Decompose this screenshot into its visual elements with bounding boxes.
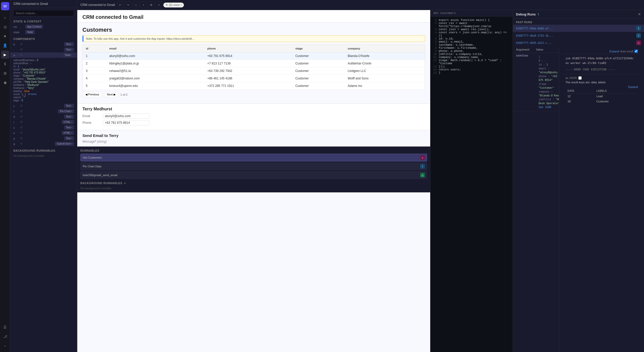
send-email-title: Send Email to Terry (82, 133, 425, 138)
component-t-type[interactable]: Pie Chart ▾ (58, 109, 74, 113)
refresh-count: (2) (169, 3, 172, 6)
table-data-value: [ 0 : - id : 1 email : "atuny0@sohu.com"… (537, 54, 559, 110)
component-c-type[interactable]: Text ▾ (64, 104, 74, 108)
expand-output-button[interactable]: Expand (609, 50, 619, 53)
table-row[interactable]: 5kmeus4@upenn.edu+372 285 771 1911Custom… (83, 82, 425, 90)
col-company[interactable]: company (345, 45, 425, 52)
expand-result-button[interactable]: Expand (628, 85, 638, 88)
email-row: Email (82, 113, 425, 119)
app-view-header: CRM connected to Gmail (77, 10, 430, 22)
redo-button[interactable]: ↪ (125, 2, 131, 8)
component-b-refresh[interactable]: ↺ (20, 43, 22, 46)
expand-button[interactable]: ⤢ (156, 2, 162, 8)
email-input[interactable] (103, 113, 149, 119)
refresh-badge[interactable]: ↻ (2) once ▾ (163, 3, 184, 7)
state-badge[interactable]: State (25, 30, 35, 34)
run-item-2[interactable]: 01887777-4645-d221-c... a (513, 39, 644, 46)
past-runs-label: Past Runs (513, 19, 644, 25)
detail-name: Terry Medhurst (82, 107, 425, 111)
table-row[interactable]: 4yraigatt3@nature.com+86 461 145 4186Cus… (83, 75, 425, 82)
refresh-icon: ↻ (166, 3, 168, 7)
top-bar: CRM connected to Gmail ↩ ↪ □ ▪ ⊕ ⤢ ↻ (2)… (77, 0, 644, 10)
brand-icon[interactable]: W (1, 2, 9, 10)
table-row[interactable]: 3rshawe2@51.la+63 739 292 7942CustomerLi… (83, 67, 425, 75)
code-line: 12 stage: Math.random() > 0.5 ? "Lead" :… (433, 59, 511, 65)
add-bg-runnable-button[interactable]: + (124, 181, 126, 185)
see-json-link[interactable]: See JSON (539, 106, 551, 109)
sidebar-icons: W ⌂ ◎ ★ 👤 ▶ $ ⊞ ◉ ☰ ⎇ › (0, 0, 10, 352)
home-icon[interactable]: ⌂ (1, 13, 9, 22)
undo-button[interactable]: ↩ (117, 2, 124, 8)
runnables-bottom-panel: Runnables Get Customers a Pie Chart Data… (77, 146, 430, 192)
table-row[interactable]: 1atuny0@sohu.com+63 791 675 8914Customer… (83, 52, 425, 60)
run-item-0[interactable]: 01887777-49da-6d0d-a7... t (513, 25, 644, 32)
run-id-0: 01887777-49da-6d0d-a7... (516, 27, 553, 30)
align-button[interactable]: ⊕ (148, 2, 155, 8)
collapse-icon[interactable]: › (1, 342, 9, 350)
no-bg-runnable-bottom: No background runnable (80, 186, 427, 190)
state-item: state State (10, 29, 77, 35)
runnable-get-customers[interactable]: Get Customers a (80, 154, 427, 161)
dollar-icon[interactable]: $ (1, 60, 9, 68)
col-email[interactable]: email (106, 45, 204, 52)
star-icon[interactable]: ★ (1, 32, 9, 40)
value-col-header: Value (536, 48, 556, 51)
code-line: 6 email: u.email, (433, 40, 511, 43)
code-line: 5 id: u.id, (433, 37, 511, 40)
component-unlabeled-type[interactable]: Text ▾ (64, 48, 74, 52)
result-labels-header: LABELS (594, 88, 638, 94)
as-json-checkbox[interactable] (578, 76, 582, 80)
col-id[interactable]: id (83, 45, 106, 52)
component-d-type[interactable]: Text ▾ (64, 115, 74, 119)
table-row[interactable]: 2hbingley1@plala.or.jp+7 813 117 7139Cus… (83, 60, 425, 67)
table-data-row: tableData [ 0 : - id : 1 email : "atuny0… (513, 53, 559, 111)
code-line: 8 firstName: u.firstName, (433, 46, 511, 50)
prev-button[interactable]: ◀ Previous (82, 92, 102, 97)
ctx-key: ctx (13, 25, 24, 28)
debug-close-button[interactable]: ✕ (638, 12, 641, 16)
run-item-1[interactable]: 01887777-46a0-1725-3b... t (513, 32, 644, 39)
left-panel-header: CRM connected to Gmail (10, 0, 77, 8)
component-unlabeled-refresh[interactable]: ↺ (20, 48, 22, 51)
no-bg-runnable: No background runnable (10, 153, 77, 158)
component-b-type[interactable]: Text ▾ (64, 42, 74, 46)
code-line: 1export async function main() { (433, 19, 511, 22)
phone-input[interactable] (103, 120, 149, 125)
search-outputs-input[interactable] (13, 10, 74, 16)
component-q-type[interactable]: Submit form ▾ (55, 142, 74, 146)
col-stage[interactable]: stage (292, 45, 344, 52)
component-c: c ↺ Text ▾ (10, 103, 77, 109)
auto-scroll-checkbox[interactable] (634, 50, 638, 53)
component-r-type[interactable]: HTML ▾ (62, 120, 74, 124)
component-p-type[interactable]: Text ▾ (64, 136, 74, 140)
runnable-send-email[interactable]: hub/338/gmail/_send_email q (80, 171, 427, 179)
debug-title: Debug Runs (516, 12, 536, 16)
table-data-label: tableData (516, 54, 537, 110)
preview-button[interactable]: □ (132, 2, 139, 8)
grid-icon[interactable]: ⊞ (1, 69, 9, 77)
component-a-edit[interactable]: ✎ (20, 53, 22, 57)
component-p: p ↺ Text ▾ (10, 136, 77, 141)
search-icon[interactable]: ◎ (1, 23, 9, 31)
component-b: b ↺ Text ▾ (10, 42, 77, 47)
app-preview: CRM connected to Gmail Customers Note: T… (77, 10, 430, 352)
run-id-1: 01887777-46a0-1725-3b... (516, 34, 553, 37)
play-icon[interactable]: ▶ (1, 51, 9, 59)
code-line: 13 })); (433, 65, 511, 68)
component-e: e ↺ HTML ▾ (10, 130, 77, 136)
component-e-type[interactable]: HTML ▾ (62, 131, 74, 135)
modules-icon[interactable]: ◉ (1, 78, 9, 87)
component-a-type[interactable]: Table ▾ (63, 53, 74, 57)
split-button[interactable]: ▪ (140, 2, 147, 8)
col-phone[interactable]: phone (204, 45, 292, 52)
github-icon[interactable]: ⎇ (1, 332, 9, 341)
component-s-type[interactable]: Text ▾ (64, 126, 74, 129)
next-button[interactable]: Next ▶ (104, 92, 118, 97)
users-icon[interactable]: 👤 (1, 41, 9, 50)
email-label: Email (82, 114, 103, 118)
runnable-pie-chart[interactable]: Pie Chart Data t (80, 162, 427, 170)
main-area: CRM connected to Gmail ↩ ↪ □ ▪ ⊕ ⤢ ↻ (2)… (77, 0, 644, 352)
ctx-badge[interactable]: App Context (25, 25, 43, 29)
logs-icon[interactable]: ☰ (1, 323, 9, 331)
phone-label: Phone (82, 121, 103, 125)
